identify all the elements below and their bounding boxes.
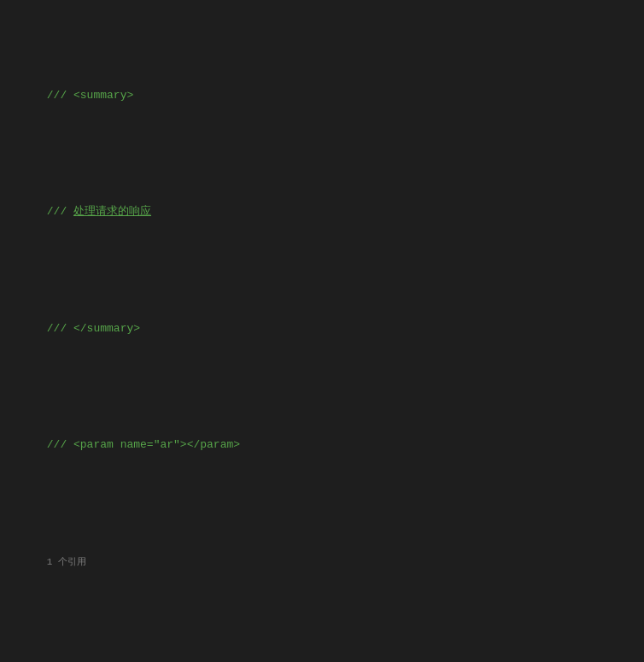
line-content-3: /// </summary> <box>7 303 637 354</box>
line-content-4: /// <param name="ar"></param> <box>7 420 637 471</box>
code-line-2: /// 处理请求的响应 <box>0 187 644 237</box>
code-editor: /// <summary> /// 处理请求的响应 /// </summary>… <box>0 0 644 662</box>
line-content-2: /// 处理请求的响应 <box>7 187 637 237</box>
line-content-6: private void ReceivedResource(IAsyncResu… <box>7 653 637 663</box>
line-content-5: 1 个引用 <box>7 536 637 587</box>
code-line-1: /// <summary> <box>0 70 644 120</box>
code-line-5: 1 个引用 <box>0 536 644 587</box>
line-content-1: /// <summary> <box>7 70 637 120</box>
code-line-3: /// </summary> <box>0 303 644 354</box>
code-line-6: private void ReceivedResource(IAsyncResu… <box>0 653 644 663</box>
code-line-4: /// <param name="ar"></param> <box>0 420 644 471</box>
